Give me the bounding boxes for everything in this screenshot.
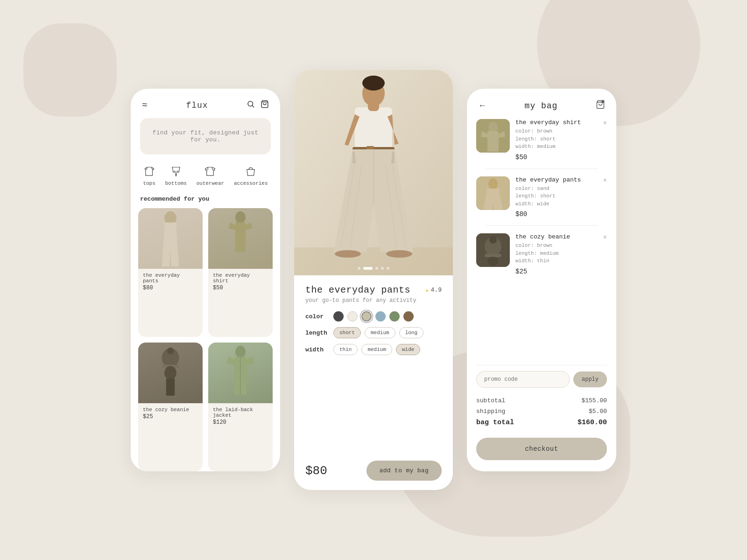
product-card-beanie[interactable]: the cozy beanie $25 [138, 343, 203, 471]
bag-cart-button[interactable]: 3 [596, 100, 605, 112]
bag-item-img-beanie [476, 233, 510, 267]
svg-rect-40 [487, 131, 499, 145]
bag-item-attrs-beanie: color: brown length: medium width: thin [515, 242, 598, 265]
shipping-label: shipping [476, 408, 505, 415]
search-banner[interactable]: find your fit, designed just for you. [140, 118, 271, 154]
bag-divider-1 [486, 168, 598, 169]
product-grid: the everyday pants $80 the everyday shir… [131, 208, 280, 471]
bag-item-name-beanie: the cozy beanie [515, 233, 598, 240]
product-card-shirt[interactable]: the everyday shirt $50 [208, 208, 273, 337]
svg-point-0 [248, 101, 253, 106]
color-white[interactable] [347, 311, 358, 322]
width-label: width [305, 346, 329, 353]
color-charcoal[interactable] [333, 311, 344, 322]
bag-item-details-beanie: the cozy beanie color: brown length: med… [515, 233, 598, 275]
svg-point-31 [386, 250, 412, 258]
length-long[interactable]: long [399, 327, 423, 338]
category-outerwear[interactable]: outerwear [197, 166, 224, 186]
bag-item-price-pants: $80 [515, 210, 598, 218]
remove-beanie-button[interactable]: × [603, 233, 607, 241]
svg-point-11 [167, 348, 174, 355]
category-tops-label: tops [143, 181, 155, 186]
dot-2[interactable] [363, 267, 373, 270]
width-wide[interactable]: wide [396, 344, 420, 355]
svg-point-13 [164, 366, 176, 380]
category-nav: tops bottoms outerwear accessories [131, 162, 280, 194]
apply-button[interactable]: apply [573, 371, 607, 387]
bag-items-list: the everyday shirt color: brown length: … [467, 119, 616, 359]
length-medium[interactable]: medium [365, 327, 395, 338]
product-card-jacket[interactable]: the laid-back jacket $120 [208, 343, 273, 471]
subtotal-row: subtotal $155.00 [476, 397, 607, 404]
svg-rect-21 [294, 247, 453, 275]
product-card-pants[interactable]: the everyday pants $80 [138, 208, 203, 337]
bag-item-img-shirt [476, 119, 510, 153]
bag-button[interactable] [261, 100, 269, 111]
product-name-pants: the everyday pants [143, 273, 198, 284]
color-sand[interactable] [361, 311, 372, 322]
product-image-jacket [208, 343, 273, 403]
detail-screen: ← [294, 70, 453, 490]
svg-line-1 [252, 105, 254, 107]
bag-total-row: bag total $160.00 [476, 419, 607, 427]
dot-5[interactable] [387, 267, 389, 270]
length-option-row: length short medium long [305, 327, 442, 338]
color-label: color [305, 313, 329, 320]
detail-footer: $80 add to my bag [305, 455, 442, 481]
width-medium[interactable]: medium [361, 344, 392, 355]
bag-divider-2 [486, 225, 598, 226]
bag-item-price-shirt: $50 [515, 154, 598, 161]
bag-item-attrs-shirt: color: brown length: short width: medium [515, 127, 598, 151]
rating-value: 4.9 [431, 287, 442, 294]
dot-4[interactable] [381, 267, 384, 270]
recommended-section-title: recommended for you [131, 194, 280, 208]
bag-item-details-shirt: the everyday shirt color: brown length: … [515, 119, 598, 161]
category-tops[interactable]: tops [143, 166, 155, 186]
svg-rect-14 [166, 378, 175, 396]
detail-description: your go-to pants for any activity [305, 297, 442, 304]
remove-pants-button[interactable]: × [603, 176, 607, 184]
category-accessories[interactable]: accessories [234, 166, 268, 186]
add-to-bag-button[interactable]: add to my bag [366, 461, 442, 481]
detail-product-name: the everyday pants [305, 285, 410, 295]
bag-back-button[interactable]: ← [478, 101, 486, 111]
search-button[interactable] [247, 100, 255, 111]
length-short[interactable]: short [333, 327, 361, 338]
width-option-row: width thin medium wide [305, 344, 442, 355]
category-bottoms[interactable]: bottoms [165, 166, 187, 186]
bag-item-pants: the everyday pants color: sand length: s… [476, 176, 607, 218]
svg-rect-48 [485, 254, 501, 257]
color-blue[interactable] [375, 311, 386, 322]
dot-3[interactable] [375, 267, 378, 270]
svg-rect-8 [235, 223, 246, 236]
length-label: length [305, 329, 329, 336]
bag-item-name-shirt: the everyday shirt [515, 119, 598, 126]
product-image-beanie [138, 343, 203, 403]
svg-rect-22 [355, 107, 392, 149]
checkout-button[interactable]: checkout [476, 438, 607, 460]
color-olive[interactable] [403, 311, 414, 322]
product-price-pants: $80 [143, 285, 198, 291]
svg-rect-6 [164, 223, 176, 231]
browse-header: ≈ flux [131, 89, 280, 118]
promo-input[interactable] [476, 371, 570, 388]
bag-item-beanie: the cozy beanie color: brown length: med… [476, 233, 607, 275]
totals-section: subtotal $155.00 shipping $5.00 bag tota… [467, 393, 616, 434]
bag-title: my bag [525, 101, 558, 111]
image-dots [358, 267, 389, 270]
wave-icon: ≈ [142, 100, 148, 111]
shipping-value: $5.00 [589, 408, 607, 415]
detail-title-row: the everyday pants ★ 4.9 [305, 285, 442, 295]
promo-row: apply [467, 365, 616, 393]
remove-shirt-button[interactable]: × [603, 119, 607, 126]
width-thin[interactable]: thin [333, 344, 358, 355]
subtotal-label: subtotal [476, 397, 505, 404]
category-accessories-label: accessories [234, 181, 268, 186]
color-sage[interactable] [389, 311, 400, 322]
bag-item-attrs-pants: color: sand length: short width: wide [515, 185, 598, 208]
dot-1[interactable] [358, 267, 360, 270]
category-outerwear-label: outerwear [197, 181, 224, 186]
browse-screen: ≈ flux find your fit, designed just for … [131, 89, 280, 471]
detail-price: $80 [305, 464, 327, 478]
bag-total-label: bag total [476, 419, 514, 427]
